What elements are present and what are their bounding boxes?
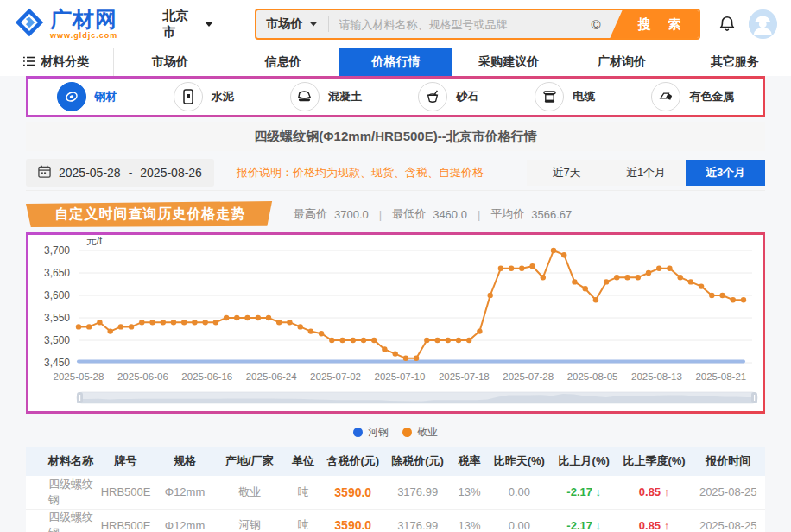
cell-material: 四级螺纹钢 <box>26 509 96 532</box>
range-3months-button[interactable]: 近3个月 <box>686 160 765 186</box>
city-selector[interactable]: 北京市 <box>162 8 212 41</box>
date-start: 2025-05-28 <box>59 166 121 180</box>
user-avatar[interactable] <box>749 10 777 39</box>
svg-text:2025-07-18: 2025-07-18 <box>439 371 490 382</box>
nav-gc-inquiry[interactable]: 广材询价 <box>566 48 679 76</box>
nav-label: 市场价 <box>152 54 188 70</box>
col-no-tax-price: 除税价(元) <box>384 446 451 476</box>
nav-info-price[interactable]: 信息价 <box>226 48 339 76</box>
cell-origin: 河钢 <box>214 509 284 532</box>
logo-icon <box>14 7 45 41</box>
search-button[interactable]: 搜 索 <box>609 9 699 40</box>
category-sand[interactable]: 砂石 <box>418 82 478 111</box>
range-7days-button[interactable]: 近7天 <box>527 160 606 186</box>
concrete-mixer-icon <box>290 82 320 111</box>
sand-bucket-icon <box>418 82 447 111</box>
cell-vs-quarter: 0.85 ↑ <box>617 476 692 509</box>
table-header-row: 材料名称 牌号 规格 产地/厂家 单位 含税价(元) 除税价(元) 税率 比昨天… <box>26 446 765 476</box>
chart-legend: 河钢 敬业 <box>26 419 765 445</box>
category-label: 电缆 <box>573 89 595 104</box>
price-chart-svg: 3,4503,5003,5503,6003,6503,700元/t2025-05… <box>28 237 761 411</box>
svg-text:2025-06-06: 2025-06-06 <box>117 371 168 382</box>
category-label: 水泥 <box>212 89 234 104</box>
stat-max-value: 3700.0 <box>334 208 369 221</box>
legend-hegang[interactable]: 河钢 <box>353 425 389 440</box>
category-cement[interactable]: 水泥 <box>174 82 234 111</box>
legend-jingye[interactable]: 敬业 <box>402 425 438 440</box>
search-category-label: 市场价 <box>267 16 303 32</box>
divider: | <box>376 208 385 221</box>
site-logo[interactable]: 广材网 www.gldjc.com <box>14 7 117 41</box>
nav-other-services[interactable]: 其它服务 <box>678 48 791 76</box>
filter-row: 2025-05-28 - 2025-08-26 报价说明：价格均为现款、现货、含… <box>26 160 765 191</box>
svg-text:3,650: 3,650 <box>44 267 70 279</box>
svg-text:2025-05-28: 2025-05-28 <box>54 371 104 382</box>
svg-text:2025-07-10: 2025-07-10 <box>374 371 425 382</box>
cell-tax-rate: 13% <box>451 509 488 532</box>
price-trend-chart[interactable]: 3,4503,5003,5503,6003,6503,700元/t2025-05… <box>26 232 765 414</box>
main-nav: 材料分类 市场价 信息价 价格行情 采购建议价 广材询价 其它服务 <box>0 48 791 76</box>
chevron-down-icon <box>309 22 317 26</box>
cement-icon <box>174 82 203 111</box>
category-label: 有色金属 <box>689 89 734 104</box>
svg-text:2025-08-05: 2025-08-05 <box>567 371 618 382</box>
category-steel[interactable]: 钢材 <box>57 82 117 111</box>
cell-quote-date: 2025-08-25 <box>691 476 765 509</box>
notification-bell-icon[interactable] <box>718 15 737 34</box>
svg-text:3,700: 3,700 <box>44 244 70 256</box>
svg-text:2025-06-16: 2025-06-16 <box>181 371 232 382</box>
cell-spec: Φ12mm <box>155 476 214 509</box>
chart-stats: 最高价 3700.0 | 最低价 3460.0 | 平均价 3566.67 <box>294 206 572 222</box>
search-category-dropdown[interactable]: 市场价 <box>256 16 328 32</box>
nav-material-catalog[interactable]: 材料分类 <box>0 48 114 76</box>
search-bar: 市场价 © 搜 索 <box>255 9 701 40</box>
chart-header: 自定义时间查询历史价格走势 最高价 3700.0 | 最低价 3460.0 | … <box>26 201 765 227</box>
range-1month-button[interactable]: 近1个月 <box>606 160 686 186</box>
svg-text:2025-07-02: 2025-07-02 <box>310 371 361 382</box>
nav-price-trend[interactable]: 价格行情 <box>339 48 452 76</box>
date-end: 2025-08-26 <box>140 166 202 180</box>
cell-unit: 吨 <box>285 476 322 509</box>
search-input[interactable] <box>329 18 583 31</box>
col-grade: 牌号 <box>96 446 155 476</box>
cell-origin: 敬业 <box>214 476 284 509</box>
quote-note: 报价说明：价格均为现款、现货、含税、自提价格 <box>237 165 484 180</box>
col-unit: 单位 <box>285 446 322 476</box>
nav-market-price[interactable]: 市场价 <box>114 48 227 76</box>
cell-no-tax-price: 3176.99 <box>384 509 451 532</box>
cell-tax-price: 3590.0 <box>321 476 384 509</box>
page-title: 四级螺纹钢(Φ12mm/HRB500E)--北京市价格行情 <box>254 129 536 145</box>
nav-purchase-advice-price[interactable]: 采购建议价 <box>452 48 566 76</box>
svg-text:2025-06-24: 2025-06-24 <box>246 371 297 382</box>
legend-label: 敬业 <box>417 425 438 440</box>
stat-avg-value: 3566.67 <box>531 208 572 221</box>
legend-dot-hegang <box>353 428 363 437</box>
nav-label: 价格行情 <box>372 54 421 70</box>
material-category-tabs: 钢材 水泥 混凝土 砂石 电缆 <box>26 76 765 117</box>
cell-material: 四级螺纹钢 <box>26 476 96 509</box>
cable-spool-icon <box>535 82 564 111</box>
category-cable[interactable]: 电缆 <box>535 82 595 111</box>
cell-no-tax-price: 3176.99 <box>384 476 451 509</box>
svg-text:3,500: 3,500 <box>44 334 70 346</box>
category-nonferrous[interactable]: 有色金属 <box>651 82 734 111</box>
legend-label: 河钢 <box>368 425 389 440</box>
col-tax-rate: 税率 <box>451 446 488 476</box>
cell-vs-month: -2.17 ↓ <box>551 509 617 532</box>
date-range-picker[interactable]: 2025-05-28 - 2025-08-26 <box>26 159 214 187</box>
time-range-buttons: 近7天 近1个月 近3个月 <box>527 160 765 186</box>
image-search-icon[interactable]: © <box>582 17 609 32</box>
cell-grade: HRB500E <box>96 509 155 532</box>
cell-vs-quarter: 0.85 ↑ <box>617 509 692 532</box>
stat-min-value: 3460.0 <box>433 208 467 221</box>
category-concrete[interactable]: 混凝土 <box>290 82 362 111</box>
cell-tax-rate: 13% <box>451 476 488 509</box>
category-label: 混凝土 <box>328 89 362 104</box>
chart-title-ribbon: 自定义时间查询历史价格走势 <box>26 201 275 227</box>
logo-url: www.gldjc.com <box>50 32 117 40</box>
col-vs-yesterday: 比昨天(%) <box>488 446 551 476</box>
col-spec: 规格 <box>155 446 214 476</box>
price-table: 材料名称 牌号 规格 产地/厂家 单位 含税价(元) 除税价(元) 税率 比昨天… <box>26 446 765 532</box>
svg-text:2025-07-28: 2025-07-28 <box>503 371 554 382</box>
metal-ingots-icon <box>651 82 680 111</box>
